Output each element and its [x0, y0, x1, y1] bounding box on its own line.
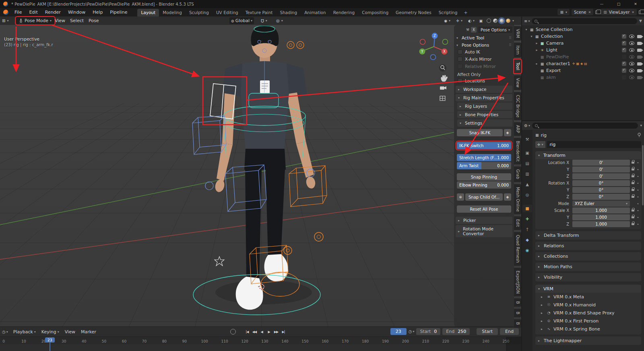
new-viewlayer-icon[interactable]	[639, 10, 642, 14]
neg-x-ball[interactable]	[420, 39, 425, 45]
close-button[interactable]: ✕	[627, 0, 644, 8]
panel-vrm-0-x-humanoid[interactable]: ▸☉VRM 0.x Humanoid	[535, 301, 641, 309]
outliner-row-light[interactable]: ▸☀Light	[522, 47, 644, 53]
end-button[interactable]: End	[500, 328, 519, 335]
sidebar-tab-view[interactable]: View	[514, 75, 521, 90]
animate-dot-icon[interactable]: •	[636, 188, 640, 192]
properties-tab-bone[interactable]: †	[522, 226, 532, 233]
outliner-row-collection[interactable]: ▾▦Collection	[522, 33, 644, 40]
viewport-canvas[interactable]: Z Y X	[0, 25, 521, 326]
animate-dot-icon[interactable]: •	[636, 174, 640, 179]
snapping-button[interactable]: Ω▾	[261, 17, 267, 24]
workspace-tab-rendering[interactable]: Rendering	[330, 9, 359, 16]
sidebar-tab-b[interactable]: B	[514, 298, 521, 307]
scene-unlink-icon[interactable]: ✕	[588, 10, 591, 14]
panel-rig-main-properties[interactable]: ▾Rig Main Properties	[456, 94, 512, 101]
workspace-tab-texture-paint[interactable]: Texture Paint	[242, 9, 277, 16]
value-field[interactable]: 0°	[572, 194, 630, 200]
panel-rig-layers[interactable]: ▸Rig Layers	[457, 103, 512, 110]
panel-vrm-0-x-first-person[interactable]: ▸⊙VRM 0.x First Person	[535, 317, 641, 325]
exclude-checkbox-icon[interactable]	[622, 34, 626, 39]
outliner-row-character1[interactable]: ▸▦character1✛▦◈▤	[522, 60, 644, 67]
gizmos-dropdown[interactable]: ✛▾	[456, 17, 462, 24]
vrm-panel-header[interactable]: ▾VRM	[535, 285, 641, 293]
hide-eye-icon[interactable]	[629, 35, 634, 38]
animate-dot-icon[interactable]: •	[636, 161, 640, 165]
xray-toggle[interactable]: ▣	[479, 17, 483, 24]
menu-file[interactable]: File	[11, 8, 25, 16]
scene-browse-button[interactable]: ▦▾	[557, 9, 570, 15]
sidebar-tab-quad-remesh[interactable]: Quad Remesh	[514, 232, 521, 266]
minimize-button[interactable]: —	[593, 0, 610, 8]
snap-pinning-button[interactable]: Snap Pinning	[457, 173, 511, 181]
timeline-menu-marker[interactable]: Marker	[78, 329, 99, 335]
lock-icon[interactable]	[632, 168, 634, 170]
disable-render-camera-icon[interactable]	[637, 62, 642, 66]
timeline-menu-keying[interactable]: Keying▾	[39, 329, 62, 335]
drag-grip-icon[interactable]: ⠿	[509, 36, 512, 40]
viewport-menu-view[interactable]: View	[53, 18, 67, 23]
workspace-tab-shading[interactable]: Shading	[276, 9, 301, 16]
hide-eye-icon[interactable]	[629, 41, 634, 45]
menu-window[interactable]: Window	[64, 8, 89, 16]
section-pose-options[interactable]: ▾Pose Options⠿	[454, 41, 514, 48]
viewlayer-unlink-icon[interactable]: ✕	[632, 10, 634, 14]
value-field[interactable]: 0°	[572, 187, 630, 193]
panel-collections[interactable]: ▸Collections	[535, 252, 641, 261]
lock-icon[interactable]	[632, 223, 634, 225]
menu-help[interactable]: Help	[89, 8, 106, 16]
child-of-icon[interactable]: ⊕	[457, 193, 464, 201]
locations-checkbox-row[interactable]: Locations	[454, 77, 514, 84]
panel-vrm-0-x-blend-shape-proxy[interactable]: ▸◔VRM 0.x Blend Shape Proxy	[535, 309, 641, 317]
auto-key-record-icon[interactable]	[230, 329, 236, 335]
animate-dot-icon[interactable]: •	[636, 216, 640, 220]
lock-icon[interactable]	[632, 196, 634, 198]
sidebar-tab-exportjson[interactable]: ExportJSON	[514, 268, 521, 296]
rendered-shading-icon[interactable]	[506, 18, 510, 23]
disable-render-camera-icon[interactable]	[637, 49, 642, 52]
properties-tab-world[interactable]: ◎	[522, 191, 532, 199]
value-field[interactable]: 1.000	[572, 207, 630, 213]
outliner-row-export[interactable]: ▦Export	[522, 67, 644, 74]
value-field[interactable]: 1.000	[572, 221, 630, 227]
datablock-name-field[interactable]: rig	[547, 141, 641, 148]
current-frame-field[interactable]: 23	[390, 328, 407, 335]
value-field[interactable]: 1.000	[572, 214, 630, 220]
lock-icon[interactable]	[632, 182, 634, 184]
add-workspace-button[interactable]: +	[461, 9, 470, 16]
proportional-editing-button[interactable]: ◎▾	[276, 17, 283, 24]
outliner-row-scene-collection[interactable]: ▾▦Scene Collection	[522, 26, 644, 33]
exclude-checkbox-icon[interactable]	[622, 62, 626, 66]
expand-caret-icon[interactable]: ▾	[524, 28, 529, 31]
panel-vrm-0-x-spring-bone[interactable]: ▸∿VRM 0.x Spring Bone	[535, 325, 641, 333]
elbow-pinning-slider[interactable]: Elbow Pinning 0.000	[457, 181, 511, 189]
scene-selector[interactable]: Scene ✕	[572, 9, 593, 15]
value-field[interactable]: 0'	[572, 160, 630, 166]
panel-the-lightmapper[interactable]: ▸The Lightmapper	[535, 337, 641, 345]
animate-dot-icon[interactable]: •	[636, 168, 640, 172]
checkbox-icon[interactable]	[458, 49, 462, 54]
arm-twist-slider[interactable]: Arm Twist 0.000	[457, 162, 511, 169]
timeline-channels[interactable]	[0, 344, 521, 351]
checkbox-icon[interactable]	[458, 64, 462, 69]
disable-render-camera-icon[interactable]	[637, 35, 642, 38]
hide-eye-icon[interactable]	[629, 48, 634, 52]
menu-edit[interactable]: Edit	[25, 8, 41, 16]
outliner-row-akm[interactable]: ▦akm	[522, 74, 644, 81]
disable-render-camera-icon[interactable]	[637, 42, 642, 45]
sidebar-tab-tool[interactable]: Tool	[514, 60, 521, 73]
checkbox-row-relative-mirror[interactable]: Relative Mirror	[454, 63, 514, 70]
stretch-length-slider[interactable]: Stretch Length (F... 1.000	[457, 154, 511, 161]
play-button[interactable]: ▶	[266, 328, 272, 335]
panel-settings[interactable]: ▾Settings	[457, 119, 512, 127]
properties-tab-scene[interactable]: ▲	[522, 181, 532, 188]
disable-render-camera-icon[interactable]	[637, 76, 642, 79]
editor-type-button[interactable]: ⊞▾	[2, 17, 8, 24]
sidebar-tab-grab[interactable]: Grab	[514, 166, 521, 182]
jump-to-start-button[interactable]: |◀	[244, 328, 250, 335]
blender-logo-icon[interactable]	[3, 2, 8, 6]
panel-bone-properties[interactable]: ▸Bone Properties	[457, 111, 512, 118]
sidebar-tab-blenderkit[interactable]: BlenderKit	[514, 138, 521, 164]
animate-dot-icon[interactable]: •	[636, 181, 640, 185]
checkbox-row-auto-ik[interactable]: Auto IK	[454, 48, 514, 55]
